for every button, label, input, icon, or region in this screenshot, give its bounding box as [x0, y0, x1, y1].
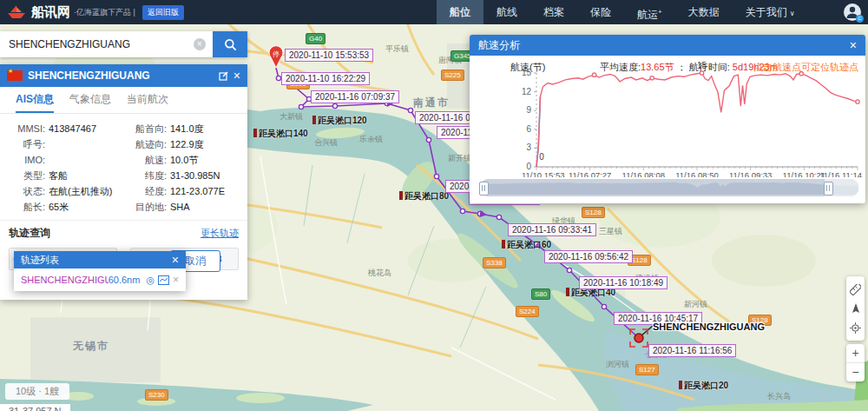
distance-marker-icon [312, 116, 316, 124]
map-place-label: 合兴镇 [314, 137, 338, 149]
search-input[interactable] [0, 31, 213, 57]
track-ship-name[interactable]: SHENCHENGZHIGUANG [21, 275, 108, 285]
track-list-panel: 轨迹列表 × SHENCHENGZHIGUANG 60.6nm ◎ × [14, 251, 186, 291]
slider-left-handle[interactable] [479, 182, 489, 196]
field-label: 航迹向: [125, 136, 167, 152]
track-timestamp-label[interactable]: 2020-11-16 09:33:41 [508, 223, 596, 236]
svg-text:15: 15 [697, 61, 707, 70]
map-place-label: 新开镇 [448, 153, 471, 164]
field-value: SHA [170, 199, 190, 215]
svg-text:11/16 07:27: 11/16 07:27 [569, 170, 611, 177]
tab-1[interactable]: AIS信息 [16, 87, 54, 113]
field-label: 呼号: [9, 136, 45, 152]
nav-item-1[interactable]: 船位 [437, 0, 483, 24]
current-ship-name-label[interactable]: SHENCHENGZHIGUANG [653, 322, 765, 332]
wusong-distance-marker: 距吴淞口80 [399, 190, 449, 202]
road-badge: S224 [516, 306, 539, 317]
old-version-badge[interactable]: 返回旧版 [142, 5, 184, 20]
map-zoom-control: + − [846, 344, 865, 381]
track-timestamp-label[interactable]: 2020-11-10 16:22:29 [281, 72, 370, 85]
user-avatar[interactable]: C [844, 3, 861, 21]
track-timestamp-label[interactable]: 2020-11-16 11:16:56 [648, 344, 736, 357]
track-distance: 60.6nm [108, 275, 141, 285]
ship-tabs: AIS信息气象信息当前航次 [0, 87, 247, 114]
road-badge: G40 [306, 33, 326, 44]
nav-item-3[interactable]: 档案 [530, 0, 577, 24]
locate-icon[interactable] [846, 318, 865, 337]
nav-item-6[interactable]: 大数据 [675, 0, 733, 24]
user-badge: C [856, 15, 864, 23]
wusong-distance-marker: 距吴淞口140 [253, 128, 308, 140]
search-bar: × [0, 31, 247, 57]
field-label: 航速: [125, 152, 167, 168]
zoom-in-button[interactable]: + [846, 344, 865, 362]
field-label: 船首向: [125, 121, 167, 136]
brand-name: 船讯网 [31, 4, 70, 21]
china-flag-icon [7, 70, 23, 81]
ais-field-row: 呼号:航迹向:122.9度 [9, 136, 239, 152]
field-value [49, 152, 125, 168]
close-icon[interactable]: × [172, 254, 179, 266]
zoom-out-button[interactable]: − [846, 362, 865, 381]
ais-field-row: 状态:在航(主机推动)经度:121-23.077E [9, 183, 239, 199]
field-value: 65米 [49, 199, 125, 215]
eye-icon[interactable]: ◎ [146, 275, 155, 285]
speed-line-chart[interactable]: 0369121511/10 15:5311/16 07:2711/16 08:0… [470, 35, 865, 177]
chevron-down-icon: ∨ [790, 10, 795, 17]
field-value: 141.0度 [170, 121, 204, 136]
ship-panel-header: SHENCHENGZHIGUANG × [0, 64, 247, 87]
field-value: 在航(主机推动) [49, 183, 125, 199]
brand[interactable]: 船讯网 ·亿海蓝旗下产品 | [7, 4, 135, 21]
track-query-title: 轨迹查询 [9, 226, 201, 241]
ship-title: SHENCHENGZHIGUANG [28, 70, 214, 82]
measure-ruler-icon[interactable] [846, 280, 865, 299]
ais-fields: MMSI:413847467船首向:141.0度呼号:航迹向:122.9度IMO… [0, 114, 247, 220]
map-place-label: 桃花岛 [368, 268, 391, 279]
field-label: MMSI: [9, 121, 45, 136]
map-zoom-level: 10级 · 1艘 [5, 383, 69, 400]
close-icon[interactable]: × [233, 70, 240, 82]
track-list-row: SHENCHENGZHIGUANG 60.6nm ◎ × [14, 268, 186, 291]
tab-2[interactable]: 气象信息 [69, 87, 111, 113]
road-badge: S230 [145, 389, 168, 401]
speed-analysis-panel: 航速分析 × 航速(节) 平均速度:13.65节 ； 航行时间: 5d19h23… [470, 35, 865, 203]
nav-item-5[interactable]: 航运+ [624, 0, 675, 24]
road-badge: S225 [441, 70, 464, 81]
remove-track-icon[interactable]: × [173, 274, 179, 286]
track-timestamp-label[interactable]: 2020-11-10 15:53:53 [285, 49, 373, 62]
ais-field-row: 类型:客船纬度:31-30.985N [9, 168, 239, 183]
nav-item-2[interactable]: 航线 [483, 0, 530, 24]
map-place-label: 浏河镇 [606, 359, 629, 370]
map-place-label: 三星镇 [599, 226, 622, 237]
field-value: 413847467 [49, 121, 125, 136]
map-place-label: 平乐镇 [385, 43, 409, 55]
slider-right-handle[interactable] [824, 182, 833, 196]
field-value: 客船 [49, 168, 125, 183]
nav-item-7[interactable]: 关于我们∨ [733, 0, 808, 24]
chart-range-slider[interactable] [480, 179, 858, 196]
track-timestamp-label[interactable]: 2020-11-16 09:56:42 [544, 250, 633, 263]
field-label: 目的地: [125, 199, 167, 215]
distance-marker-icon [566, 288, 569, 296]
external-link-icon[interactable] [219, 71, 228, 81]
track-timestamp-label[interactable]: 2020-11-16 07:09:37 [311, 90, 399, 103]
tab-3[interactable]: 当前航次 [127, 87, 168, 113]
map-place-label: 南通市 [413, 96, 450, 110]
svg-text:11/16 09:33: 11/16 09:33 [729, 170, 772, 177]
map-toolbar [846, 276, 865, 341]
longer-track-link[interactable]: 更长轨迹 [201, 227, 239, 240]
field-value: 31-30.985N [170, 168, 220, 183]
clear-search-icon[interactable]: × [194, 38, 206, 50]
svg-text:11/10 15:53: 11/10 15:53 [522, 170, 564, 177]
search-icon [224, 38, 237, 51]
road-badge: S80 [531, 288, 550, 300]
speed-chart-icon[interactable] [158, 275, 169, 285]
heading-cone-icon[interactable] [846, 299, 865, 318]
field-label: 纬度: [125, 168, 167, 183]
boat-logo-icon [7, 5, 26, 19]
track-timestamp-label[interactable]: 2020-11-16 10:18:49 [579, 276, 667, 289]
map-place-label: 新河镇 [684, 299, 707, 310]
nav-item-4[interactable]: 保险 [577, 0, 624, 24]
search-button[interactable] [213, 31, 247, 57]
map-place-label: 无锡市 [73, 339, 109, 354]
